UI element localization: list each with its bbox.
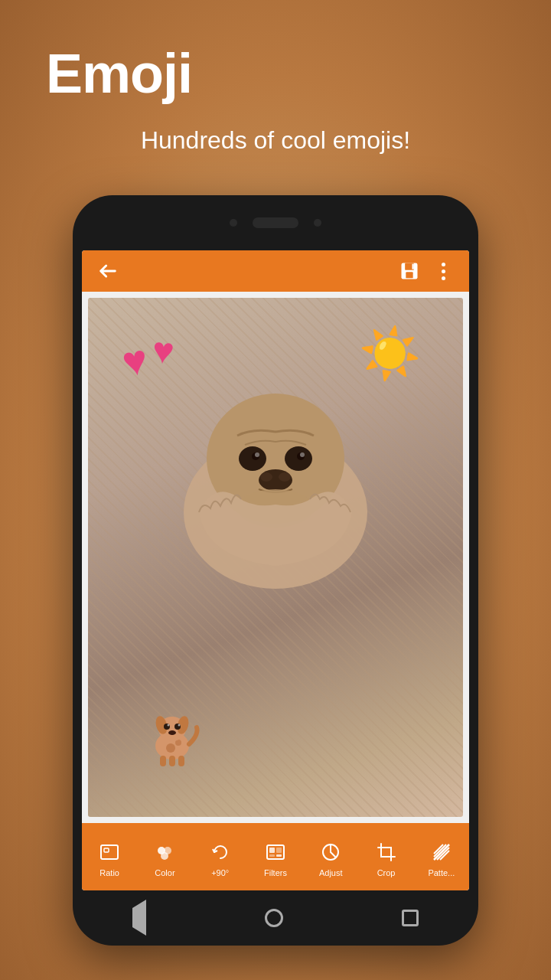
svg-rect-30 [101,845,118,859]
camera-dot [230,219,237,227]
back-button[interactable] [94,257,122,285]
rotate-icon [207,839,233,865]
recents-nav-icon [402,910,419,926]
svg-point-14 [279,472,291,482]
crop-label: Crop [377,868,396,877]
ratio-label: Ratio [99,868,119,877]
more-options-button[interactable] [429,257,457,285]
heart1-emoji: ♥ [119,338,151,384]
rotate-label: +90° [211,868,229,877]
hearts-emoji[interactable]: ♥ ♥ [122,340,169,382]
svg-point-8 [255,452,259,457]
svg-point-11 [300,452,305,457]
home-nav-icon [265,909,283,927]
color-icon [152,839,178,865]
svg-rect-28 [169,756,175,766]
dog-svg [142,706,203,767]
dots-icon [440,260,447,283]
color-tool[interactable]: Color [137,823,192,890]
speaker-grille [253,217,298,228]
pattern-icon [429,839,455,865]
app-title: Emoji [46,42,192,105]
crop-icon [373,839,399,865]
nav-home-button[interactable] [265,909,283,927]
back-nav-icon [132,908,146,928]
color-label: Color [155,868,174,877]
svg-rect-38 [269,854,275,857]
svg-rect-31 [104,848,109,852]
svg-point-24 [168,724,170,727]
app-toolbar [82,250,469,292]
svg-rect-27 [160,756,166,766]
pattern-label: Patte... [428,868,455,877]
save-button[interactable] [396,257,423,285]
svg-rect-36 [269,848,275,853]
nav-recents-button[interactable] [402,910,419,926]
filters-label: Filters [264,868,287,877]
filters-icon [262,839,289,865]
svg-point-17 [166,743,175,753]
phone-screen: ♥ ♥ ☀️ [82,250,469,890]
pug-svg [176,359,375,604]
svg-rect-39 [276,854,282,857]
nav-back-button[interactable] [132,908,146,928]
phone-shell: ♥ ♥ ☀️ [73,195,478,946]
adjust-icon [318,839,344,865]
sun-emoji[interactable]: ☀️ [359,328,421,378]
svg-point-34 [161,852,168,860]
rotate-tool[interactable]: +90° [193,823,248,890]
phone-top-bar [73,195,478,250]
image-canvas[interactable]: ♥ ♥ ☀️ [88,298,463,817]
svg-rect-2 [406,272,412,278]
toolbar-right [396,257,457,285]
svg-point-13 [260,472,272,482]
svg-point-25 [178,724,181,727]
bottom-toolbar: Ratio Color [82,823,469,890]
phone-nav-bar [73,890,478,946]
ratio-tool[interactable]: Ratio [82,823,137,890]
svg-rect-29 [178,756,184,766]
svg-rect-37 [276,848,282,853]
svg-rect-3 [412,264,414,270]
adjust-label: Adjust [319,868,343,877]
heart2-emoji: ♥ [150,332,175,375]
app-subtitle: Hundreds of cool emojis! [46,126,505,155]
pattern-tool[interactable]: Patte... [414,823,469,890]
svg-point-26 [168,730,176,735]
filters-tool[interactable]: Filters [248,823,303,890]
dog-emoji[interactable] [142,706,203,775]
crop-tool[interactable]: Crop [358,823,413,890]
sensor-dot [314,219,321,227]
ratio-icon [96,839,122,865]
adjust-tool[interactable]: Adjust [303,823,358,890]
